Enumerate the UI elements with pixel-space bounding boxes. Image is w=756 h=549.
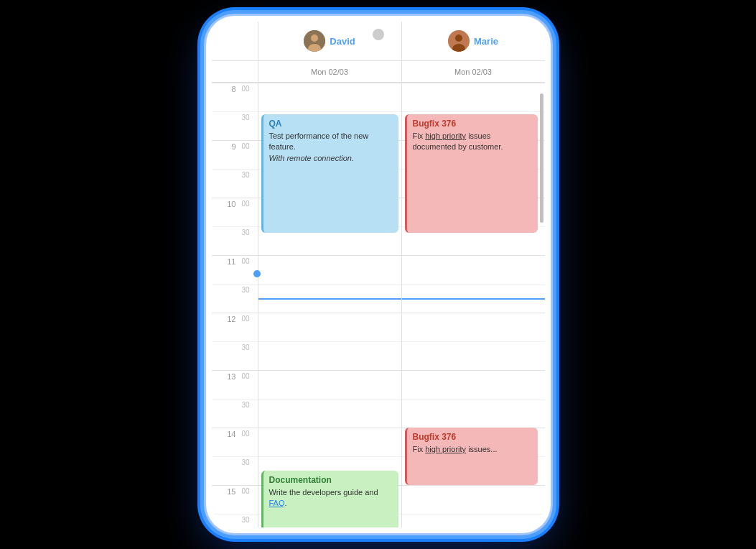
device-screen: David Marie Mon 02/03 (212, 22, 545, 527)
calendar-container: David Marie Mon 02/03 (212, 22, 545, 527)
event-docs[interactable]: Documentation Write the developers guide… (261, 471, 398, 527)
event-qa-body: Test performance of the new feature. Wit… (269, 131, 393, 164)
calendar-body: 8 00 30 9 00 30 (212, 83, 545, 527)
column-marie: Bugfix 376 Fix high priority issues docu… (402, 83, 545, 527)
hour-label-11: 11 (212, 256, 241, 266)
hour-label-10: 10 (212, 198, 241, 208)
event-docs-title: Documentation (269, 475, 393, 485)
scrollbar-thumb[interactable] (540, 93, 543, 223)
event-bugfix1-body: Fix high priority issues documented by c… (413, 131, 532, 153)
hour-label-15: 15 (212, 486, 241, 496)
event-qa[interactable]: QA Test performance of the new feature. … (261, 114, 398, 233)
time-slot-1100: 11 00 (212, 255, 258, 284)
min-label-1400: 00 (242, 428, 250, 438)
event-bugfix2-title: Bugfix 376 (413, 432, 532, 442)
time-slot-900: 9 00 (212, 140, 258, 169)
min-label-1200: 00 (242, 313, 250, 323)
min-label-830: 30 (242, 112, 250, 121)
min-label-1100: 00 (242, 256, 250, 265)
time-slot-1030: 30 (212, 226, 258, 255)
person-header-david: David (258, 22, 402, 60)
person-name-marie: Marie (474, 36, 498, 47)
person-header-marie: Marie (402, 22, 545, 60)
min-label-930: 30 (242, 170, 250, 179)
hour-label-13: 13 (212, 371, 241, 381)
hour-label-9: 9 (212, 141, 241, 151)
hour-label-1030 (212, 227, 241, 229)
time-slot-1500: 15 00 (212, 485, 258, 514)
current-time-line-marie (402, 298, 545, 300)
avatar-david (304, 30, 325, 52)
scrollbar-track[interactable] (540, 83, 543, 527)
hour-label-14: 14 (212, 428, 241, 438)
time-slot-1000: 10 00 (212, 198, 258, 226)
event-bugfix1[interactable]: Bugfix 376 Fix high priority issues docu… (405, 114, 538, 233)
min-label-1300: 00 (242, 371, 250, 380)
min-label-1330: 30 (242, 400, 250, 409)
min-label-800: 00 (242, 83, 250, 93)
current-time-dot (253, 270, 261, 277)
date-cell-david: Mon 02/03 (258, 61, 402, 82)
hour-label-930 (212, 170, 241, 171)
high-priority-text1: high priority (425, 132, 466, 140)
event-bugfix1-title: Bugfix 376 (413, 119, 532, 129)
min-label-1530: 30 (242, 515, 250, 524)
device-frame: David Marie Mon 02/03 (206, 16, 551, 533)
min-label-1500: 00 (242, 486, 250, 495)
event-docs-body: Write the developers guide and FAQ. (269, 487, 393, 509)
time-slot-1230: 30 (212, 341, 258, 370)
min-label-900: 00 (242, 141, 250, 150)
high-priority-text2: high priority (425, 445, 466, 453)
calendar-header: David Marie (212, 22, 545, 61)
min-label-1130: 30 (242, 285, 250, 294)
time-slot-800: 8 00 (212, 83, 258, 111)
time-slot-1400: 14 00 (212, 428, 258, 456)
event-qa-title: QA (269, 119, 393, 129)
event-bugfix2[interactable]: Bugfix 376 Fix high priority issues... (405, 428, 538, 485)
gutter-header (212, 22, 258, 60)
camera-notch (373, 29, 384, 40)
min-label-1230: 30 (242, 342, 250, 351)
event-bugfix2-body: Fix high priority issues... (413, 444, 532, 455)
avatar-marie (448, 30, 470, 52)
hour-label-1330 (212, 400, 241, 401)
hour-label-12: 12 (212, 313, 241, 323)
date-cell-marie: Mon 02/03 (402, 61, 545, 82)
faq-link[interactable]: FAQ (269, 499, 285, 507)
min-label-1000: 00 (242, 198, 250, 208)
time-slot-1200: 12 00 (212, 313, 258, 341)
hour-label-1230 (212, 342, 241, 343)
time-gutter: 8 00 30 9 00 30 (212, 83, 258, 527)
date-row: Mon 02/03 Mon 02/03 (212, 61, 545, 83)
min-label-1430: 30 (242, 457, 250, 466)
svg-point-1 (311, 34, 318, 42)
hour-label-1430 (212, 457, 241, 458)
column-david: QA Test performance of the new feature. … (258, 83, 402, 527)
time-slot-830: 30 (212, 111, 258, 140)
time-slot-1430: 30 (212, 456, 258, 485)
hour-label-1530 (212, 515, 241, 516)
time-slot-930: 30 (212, 169, 258, 198)
hour-label-1130 (212, 285, 241, 286)
hour-label-8: 8 (212, 83, 241, 93)
person-name-david: David (330, 36, 355, 47)
current-time-line (258, 298, 401, 300)
gutter-date (212, 61, 258, 82)
event-qa-italic: With remote connection. (269, 154, 355, 162)
svg-point-4 (455, 34, 462, 42)
time-slot-1330: 30 (212, 399, 258, 428)
time-slot-1300: 13 00 (212, 370, 258, 399)
time-slot-1130: 30 (212, 284, 258, 313)
hour-label-830 (212, 112, 241, 114)
time-slot-1530: 30 (212, 514, 258, 527)
min-label-1030: 30 (242, 227, 250, 236)
